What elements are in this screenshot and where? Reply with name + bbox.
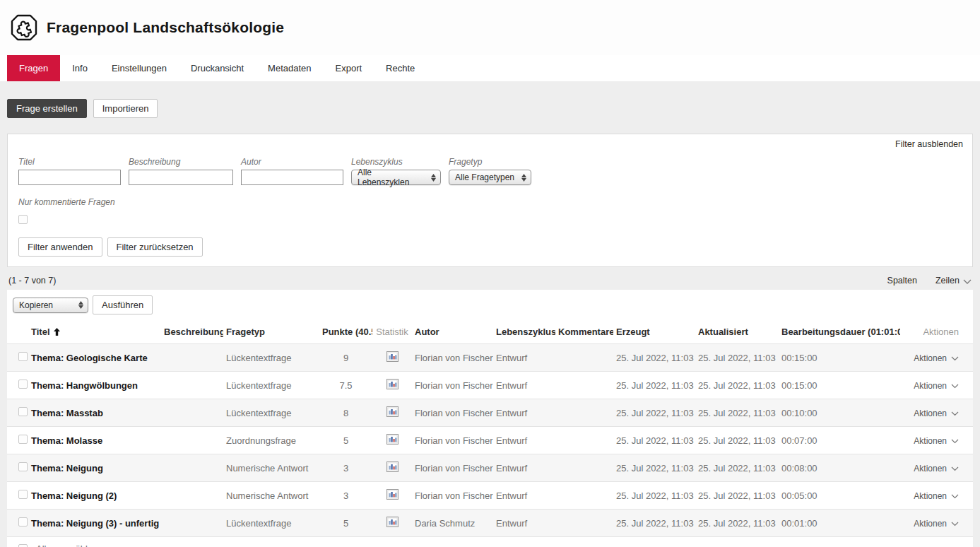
autor-input[interactable] — [241, 170, 343, 185]
question-type: Numerische Antwort — [223, 482, 319, 510]
question-title[interactable]: Thema: Masstab — [28, 399, 161, 427]
question-lifecycle: Entwurf — [493, 344, 555, 372]
question-created: 25. Jul 2022, 11:03 — [613, 427, 695, 454]
column-header-titel[interactable]: Titel — [28, 320, 161, 344]
chevron-down-icon — [951, 439, 959, 444]
table-row: Thema: Molasse Zuordnungsfrage 5 Florian… — [7, 427, 973, 454]
statistics-chart-icon[interactable] — [386, 434, 399, 447]
table-row: Thema: Neigung Numerische Antwort 3 Flor… — [7, 454, 973, 482]
row-actions-dropdown[interactable]: Aktionen — [914, 519, 959, 529]
question-created: 25. Jul 2022, 11:03 — [613, 510, 695, 537]
row-checkbox[interactable] — [18, 462, 28, 471]
commented-only-checkbox[interactable] — [18, 215, 28, 224]
question-duration: 00:08:00 — [779, 454, 900, 482]
question-type: Lückentextfrage — [223, 510, 319, 537]
statistics-chart-icon[interactable] — [386, 351, 399, 364]
beschreibung-input[interactable] — [129, 170, 233, 185]
question-lifecycle: Entwurf — [493, 399, 555, 427]
row-checkbox[interactable] — [18, 517, 28, 527]
tab-info[interactable]: Info — [60, 55, 100, 81]
question-lifecycle: Entwurf — [493, 510, 555, 537]
row-actions-dropdown[interactable]: Aktionen — [914, 436, 959, 446]
chevron-down-icon — [951, 494, 959, 499]
lebenszyklus-select-value: Alle Lebenszyklen — [358, 167, 425, 187]
statistics-chart-icon[interactable] — [386, 379, 399, 392]
filter-buttons: Filter anwenden Filter zurücksetzen — [18, 237, 962, 257]
column-header-autor[interactable]: Autor — [412, 320, 493, 344]
apply-filter-button[interactable]: Filter anwenden — [18, 237, 102, 257]
tab-rechte[interactable]: Rechte — [374, 55, 427, 81]
filter-label-commented: Nur kommentierte Fragen — [18, 197, 962, 207]
row-actions-dropdown[interactable]: Aktionen — [914, 353, 959, 363]
statistics-chart-icon[interactable] — [386, 517, 399, 529]
question-pool-logo-icon — [10, 13, 38, 42]
question-title[interactable]: Thema: Geologische Karte — [28, 344, 161, 372]
result-range-top: (1 - 7 von 7) — [8, 276, 56, 286]
question-type: Numerische Antwort — [223, 454, 319, 482]
row-actions-dropdown[interactable]: Aktionen — [914, 381, 959, 391]
statistics-chart-icon[interactable] — [386, 406, 399, 419]
row-checkbox[interactable] — [18, 490, 28, 499]
table-meta-row: (1 - 7 von 7) Spalten Zeilen — [7, 273, 973, 288]
tab-druckansicht[interactable]: Druckansicht — [179, 55, 256, 81]
question-title[interactable]: Thema: Neigung (2) — [28, 482, 161, 510]
question-points: 7.5 — [319, 372, 372, 399]
question-description — [161, 372, 223, 399]
question-description — [161, 427, 223, 454]
question-title[interactable]: Thema: Molasse — [28, 427, 161, 454]
filter-label-fragetyp: Fragetyp — [449, 157, 531, 167]
import-button[interactable]: Importieren — [93, 99, 158, 118]
question-duration: 00:01:00 — [779, 510, 900, 537]
row-actions-label: Aktionen — [914, 519, 947, 529]
column-header-lebenszyklus[interactable]: Lebenszyklus — [493, 320, 555, 344]
tab-fragen[interactable]: Fragen — [7, 55, 60, 81]
row-actions-label: Aktionen — [914, 381, 947, 391]
titel-input[interactable] — [18, 170, 121, 185]
question-title[interactable]: Thema: Hangwölbungen — [28, 372, 161, 399]
question-title[interactable]: Thema: Neigung (3) - unfertig — [28, 510, 161, 537]
tab-export[interactable]: Export — [324, 55, 374, 81]
column-header-aktualisiert[interactable]: Aktualisiert — [695, 320, 779, 344]
tab-einstellungen[interactable]: Einstellungen — [100, 55, 179, 81]
row-actions-dropdown[interactable]: Aktionen — [914, 408, 959, 418]
row-checkbox[interactable] — [18, 435, 28, 444]
statistics-chart-icon[interactable] — [386, 461, 399, 474]
statistics-chart-icon[interactable] — [386, 489, 399, 502]
row-actions-dropdown[interactable]: Aktionen — [914, 464, 959, 474]
column-header-punkte[interactable]: Punkte (40.5) — [319, 320, 372, 344]
question-points: 3 — [319, 482, 372, 510]
row-checkbox[interactable] — [18, 380, 28, 389]
column-header-kommentare[interactable]: Kommentare — [555, 320, 613, 344]
question-title[interactable]: Thema: Neigung — [28, 454, 161, 482]
reset-filter-button[interactable]: Filter zurücksetzen — [107, 237, 203, 257]
question-points: 5 — [319, 510, 372, 537]
hide-filter-link[interactable]: Filter ausblenden — [895, 139, 963, 149]
question-author: Daria Schmutz — [412, 510, 493, 537]
select-all-checkbox[interactable] — [18, 544, 28, 547]
rows-selector-link[interactable]: Zeilen — [935, 276, 972, 286]
bulk-action-select-top[interactable]: Kopieren — [13, 298, 88, 313]
column-header-erzeugt[interactable]: Erzeugt — [613, 320, 695, 344]
tab-metadaten[interactable]: Metadaten — [256, 55, 323, 81]
columns-selector-link[interactable]: Spalten — [887, 276, 917, 286]
question-updated: 25. Jul 2022, 11:03 — [695, 454, 779, 482]
row-checkbox[interactable] — [18, 407, 28, 416]
question-comments — [555, 482, 613, 510]
question-author: Florian von Fischer — [412, 454, 493, 482]
toolbar: Frage erstellen Importieren — [7, 99, 973, 118]
question-comments — [555, 454, 613, 482]
filter-fields-row: Titel Beschreibung Autor Lebenszyklus Al… — [18, 157, 962, 185]
column-header-bearbeitungsdauer[interactable]: Bearbeitungsdauer (01:01:00) — [779, 320, 900, 344]
question-lifecycle: Entwurf — [493, 454, 555, 482]
row-actions-dropdown[interactable]: Aktionen — [914, 491, 959, 501]
column-header-fragetyp[interactable]: Fragetyp — [223, 320, 319, 344]
column-header-beschreibung[interactable]: Beschreibung — [161, 320, 223, 344]
chevron-down-icon — [963, 279, 972, 284]
filter-label-lebenszyklus: Lebenszyklus — [351, 157, 441, 167]
row-checkbox[interactable] — [18, 352, 28, 361]
lebenszyklus-select[interactable]: Alle Lebenszyklen — [351, 170, 441, 185]
question-duration: 00:05:00 — [779, 482, 900, 510]
create-question-button[interactable]: Frage erstellen — [7, 99, 87, 118]
fragetyp-select[interactable]: Alle Fragetypen — [449, 170, 531, 185]
execute-button-top[interactable]: Ausführen — [93, 295, 153, 314]
